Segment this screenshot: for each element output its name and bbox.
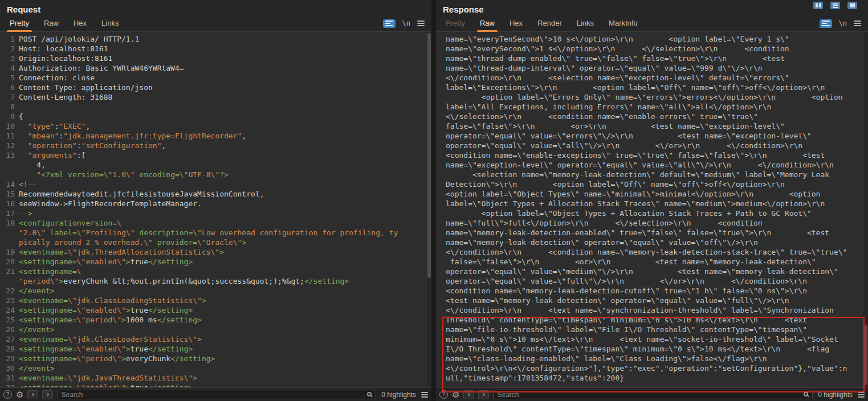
request-tab-hex[interactable]: Hex: [68, 15, 92, 32]
request-editor[interactable]: 1POST /api/jolokia/ HTTP/1.12Host: local…: [0, 32, 431, 387]
newline-toggle[interactable]: \n: [839, 19, 847, 27]
request-editor-toolbar: \n: [383, 19, 427, 28]
line-number: 19: [2, 247, 15, 257]
line-number: 17: [2, 208, 15, 218]
response-scrollbar[interactable]: [863, 32, 868, 387]
code-line: 32<settingname=\"enabled\">true</setting…: [0, 383, 426, 387]
response-panel-title: Response: [436, 0, 868, 15]
search-input[interactable]: [494, 391, 812, 399]
code-line: <\/condition>\r\n <selection name=\"exce…: [436, 73, 863, 83]
code-line: 25<settingname=\"period\">1000 ms</setti…: [0, 315, 426, 325]
prev-match-button[interactable]: ‹: [463, 390, 474, 399]
code-line: 21<settingname=\: [0, 267, 426, 276]
line-number: 25: [2, 315, 15, 325]
request-panel-title: Request: [0, 0, 431, 15]
code-line: 28<settingname=\"enabled\">true</setting…: [0, 344, 426, 354]
scrollbar-thumb[interactable]: [427, 33, 431, 278]
response-tab-links[interactable]: Links: [571, 15, 600, 32]
code-line: "<?xml version=\"1.0\" encoding=\"UTF-8\…: [0, 170, 426, 179]
editor-menu-icon[interactable]: [417, 19, 425, 27]
request-search-bar: ? ⚙ ‹ › 0 highlights: [0, 387, 431, 401]
line-number: 5: [2, 73, 15, 83]
code-line: 31<eventname=\"jdk.JavaThreadStatistics\…: [0, 373, 426, 383]
code-line: 2Host: localhost:8161: [0, 44, 426, 54]
code-line: 22</event>: [0, 286, 426, 296]
code-line: <selection name=\"memory-leak-detection\…: [436, 170, 863, 179]
highlight-count: 0 highlights: [817, 391, 854, 399]
request-tab-raw[interactable]: Raw: [38, 15, 64, 32]
line-number: 26: [2, 325, 15, 334]
response-search-field: [493, 390, 813, 399]
code-line: 7Content-Length: 31688: [0, 92, 426, 102]
code-line: 20<settingname=\"enabled\">true</setting…: [0, 257, 426, 267]
code-line: <test name=\"memory-leak-detection\" ope…: [436, 296, 863, 305]
next-match-button[interactable]: ›: [478, 390, 489, 399]
line-number: 11: [2, 131, 15, 141]
code-line: false=\"false\">\r\n <or>\r\n <test name…: [436, 257, 863, 267]
response-tab-hex[interactable]: Hex: [504, 15, 528, 32]
layout-columns-button[interactable]: [813, 2, 823, 9]
search-icon: [367, 392, 372, 396]
response-tab-render[interactable]: Render: [532, 15, 568, 32]
help-icon[interactable]: ?: [3, 390, 12, 399]
code-line: 19<eventname=\"jdk.ThreadAllocationStati…: [0, 247, 426, 257]
search-icon: [804, 392, 808, 396]
help-icon[interactable]: ?: [439, 390, 448, 399]
request-scrollbar[interactable]: [427, 32, 431, 387]
editor-menu-icon[interactable]: [854, 19, 861, 27]
code-line: 13 "arguments":[: [0, 150, 426, 160]
line-number: 1: [2, 34, 15, 44]
line-number: 3: [2, 54, 15, 63]
line-number: [2, 238, 15, 247]
line-number: [2, 228, 15, 238]
line-number: 31: [2, 373, 15, 383]
newline-toggle[interactable]: \n: [402, 19, 410, 27]
line-number: 28: [2, 344, 15, 354]
code-line: 4,: [0, 160, 426, 170]
code-line: 26</event>: [0, 325, 426, 334]
request-tab-pretty[interactable]: Pretty: [4, 15, 35, 32]
search-settings-gear-icon[interactable]: ⚙: [452, 390, 459, 399]
prev-match-button[interactable]: ‹: [27, 390, 38, 399]
code-line: 10 "type":"EXEC",: [0, 121, 426, 131]
code-line: 16seeWindow->FlightRecorderTemplateManag…: [0, 199, 426, 208]
line-number: [2, 170, 15, 179]
layout-single-button[interactable]: [847, 2, 857, 9]
pretty-print-icon[interactable]: [383, 19, 396, 28]
code-line: label=\"Exceptions\">\r\n <option label=…: [436, 83, 863, 92]
code-line: I\/O Threshold\" contentType=\"timespan\…: [436, 344, 863, 354]
code-line: name=\"exception-level\" operator=\"equa…: [436, 160, 863, 170]
response-panel: Response Pretty Raw Hex Render Links Mar…: [436, 0, 868, 401]
line-number: 16: [2, 199, 15, 208]
next-match-button[interactable]: ›: [42, 390, 53, 399]
line-number: 8: [2, 102, 15, 112]
line-number: 22: [2, 286, 15, 296]
scrollbar-thumb[interactable]: [864, 325, 867, 385]
code-line: 14<!--: [0, 179, 426, 189]
layout-rows-button[interactable]: [830, 2, 840, 9]
response-tab-pretty[interactable]: Pretty: [440, 15, 471, 32]
response-editor[interactable]: name=\"everyTenSecond\">10 s<\/option>\r…: [436, 32, 868, 387]
line-number: 23: [2, 296, 15, 305]
code-line: 30</event>: [0, 363, 426, 373]
pretty-print-icon[interactable]: [820, 19, 832, 28]
request-tabbar: Pretty Raw Hex Links \n: [0, 15, 431, 32]
code-line: name=\"class-loading-enabled\" label=\"C…: [436, 354, 863, 363]
response-code: name=\"everyTenSecond\">10 s<\/option>\r…: [436, 34, 863, 383]
request-tab-links[interactable]: Links: [96, 15, 124, 32]
search-settings-gear-icon[interactable]: ⚙: [16, 390, 23, 399]
response-search-bar: ? ⚙ ‹ › 0 highlights: [436, 387, 868, 401]
code-line: 12 "operation":"setConfiguration",: [0, 141, 426, 150]
search-input[interactable]: [58, 391, 376, 399]
response-tab-markinfo[interactable]: MarkInfo: [603, 15, 643, 32]
response-tab-raw[interactable]: Raw: [474, 15, 500, 32]
line-number: 9: [2, 112, 15, 121]
line-number: 27: [2, 334, 15, 344]
code-line: "2.0\" label=\"Profiling\" description=\…: [0, 228, 426, 238]
code-line: name=\"everyTenSecond\">10 s<\/option>\r…: [436, 34, 863, 44]
code-line: <\/condition>\r\n <text name=\"synchroni…: [436, 305, 863, 315]
search-menu-icon[interactable]: [421, 391, 428, 399]
search-menu-icon[interactable]: [858, 391, 865, 399]
code-line: minimum=\"0 s\">10 ms<\/text>\r\n <text …: [436, 334, 863, 344]
code-line: 15Recommendedwaytoedit.jfcfilesistouseJa…: [0, 189, 426, 199]
